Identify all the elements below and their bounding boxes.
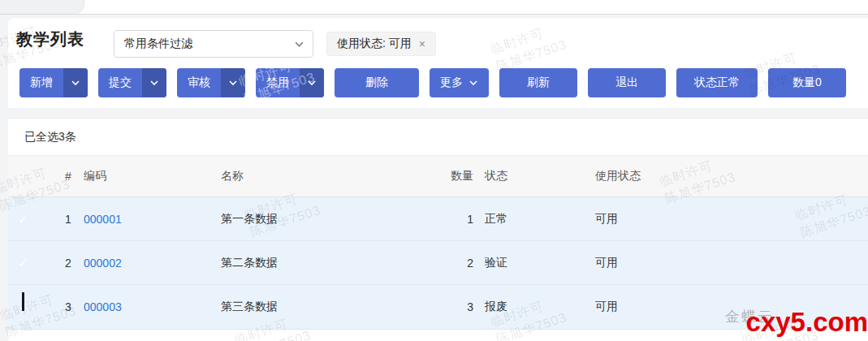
- column-header-status[interactable]: 状态: [485, 169, 595, 183]
- selection-status-bar: 已全选3条: [8, 119, 868, 156]
- cxy5-logo: cxy5.com: [746, 307, 868, 337]
- table-header-row: # 编码 名称 数量 状态 使用状态: [8, 156, 868, 197]
- exit-button[interactable]: 退出: [588, 68, 666, 97]
- column-header-qty[interactable]: 数量: [445, 169, 473, 183]
- footer-marks: 金蝶云 cxy5.com: [746, 307, 868, 338]
- toolbar-card: 教学列表 常用条件过滤 使用状态: 可用 × 新增 提交: [8, 18, 868, 108]
- row-usage: 可用: [595, 300, 747, 314]
- count-button[interactable]: 数量0: [768, 68, 846, 97]
- column-header-name[interactable]: 名称: [221, 169, 445, 183]
- disable-button[interactable]: 禁用: [256, 68, 324, 97]
- row-status: 报废: [485, 300, 595, 314]
- count-button-label: 数量0: [773, 76, 841, 90]
- audit-button[interactable]: 审核: [177, 68, 245, 97]
- column-header-index[interactable]: #: [53, 170, 84, 183]
- code-link[interactable]: 000003: [84, 300, 122, 313]
- table-row[interactable]: 2 000002 第二条数据 2 验证 可用: [8, 241, 868, 285]
- submit-button[interactable]: 提交: [98, 68, 166, 97]
- text-cursor: [22, 292, 24, 311]
- code-link[interactable]: 000001: [84, 213, 122, 226]
- toolbar-button-row: 新增 提交 审核 禁用 删除 更多 刷新: [19, 68, 846, 97]
- status-normal-button[interactable]: 状态正常: [676, 68, 758, 97]
- column-header-usage[interactable]: 使用状态: [595, 169, 747, 183]
- code-link[interactable]: 000002: [84, 257, 122, 270]
- title-row: 教学列表 常用条件过滤 使用状态: 可用 ×: [8, 18, 868, 68]
- more-button[interactable]: 更多: [430, 68, 489, 97]
- close-icon[interactable]: ×: [419, 37, 425, 50]
- filter-tag-label: 使用状态: 可用: [337, 37, 412, 51]
- row-usage: 可用: [595, 212, 747, 227]
- table-row[interactable]: 1 000001 第一条数据 1 正常 可用: [8, 197, 868, 241]
- browser-tab-bar: [0, 0, 868, 15]
- row-qty: 2: [445, 257, 473, 270]
- row-qty: 3: [445, 300, 473, 313]
- chevron-down-icon: [469, 78, 478, 88]
- row-index: 1: [53, 213, 84, 226]
- row-index: 2: [53, 257, 84, 270]
- chevron-down-icon[interactable]: [63, 68, 88, 97]
- chevron-down-icon[interactable]: [300, 68, 324, 97]
- refresh-button[interactable]: 刷新: [499, 68, 577, 97]
- tab-bar-background: [0, 0, 84, 14]
- row-name: 第一条数据: [221, 212, 445, 227]
- row-index: 3: [53, 300, 84, 313]
- refresh-button-label: 刷新: [504, 76, 572, 90]
- page-title: 教学列表: [16, 28, 84, 50]
- row-name: 第二条数据: [221, 256, 445, 270]
- row-qty: 1: [445, 213, 473, 226]
- selection-status-text: 已全选3条: [24, 130, 76, 145]
- row-status: 验证: [485, 256, 595, 270]
- row-status: 正常: [485, 212, 595, 227]
- exit-button-label: 退出: [593, 76, 661, 90]
- new-button-label[interactable]: 新增: [19, 68, 63, 97]
- app-window: 教学列表 常用条件过滤 使用状态: 可用 × 新增 提交: [0, 0, 868, 341]
- submit-button-label[interactable]: 提交: [98, 68, 142, 97]
- chevron-down-icon: [294, 39, 304, 50]
- status-normal-button-label: 状态正常: [681, 76, 753, 90]
- more-button-label: 更多: [440, 76, 463, 90]
- delete-button[interactable]: 删除: [335, 68, 419, 97]
- filter-scheme-value: 常用条件过滤: [124, 37, 294, 51]
- audit-button-label[interactable]: 审核: [177, 68, 221, 97]
- row-usage: 可用: [595, 256, 747, 270]
- chevron-down-icon[interactable]: [142, 68, 166, 97]
- column-header-code[interactable]: 编码: [84, 169, 221, 183]
- disable-button-label[interactable]: 禁用: [256, 68, 300, 97]
- filter-scheme-select[interactable]: 常用条件过滤: [114, 30, 313, 58]
- row-name: 第三条数据: [221, 300, 445, 314]
- chevron-down-icon[interactable]: [221, 68, 245, 97]
- delete-button-label: 删除: [339, 76, 414, 90]
- new-button[interactable]: 新增: [19, 68, 88, 97]
- filter-tag: 使用状态: 可用 ×: [326, 32, 436, 56]
